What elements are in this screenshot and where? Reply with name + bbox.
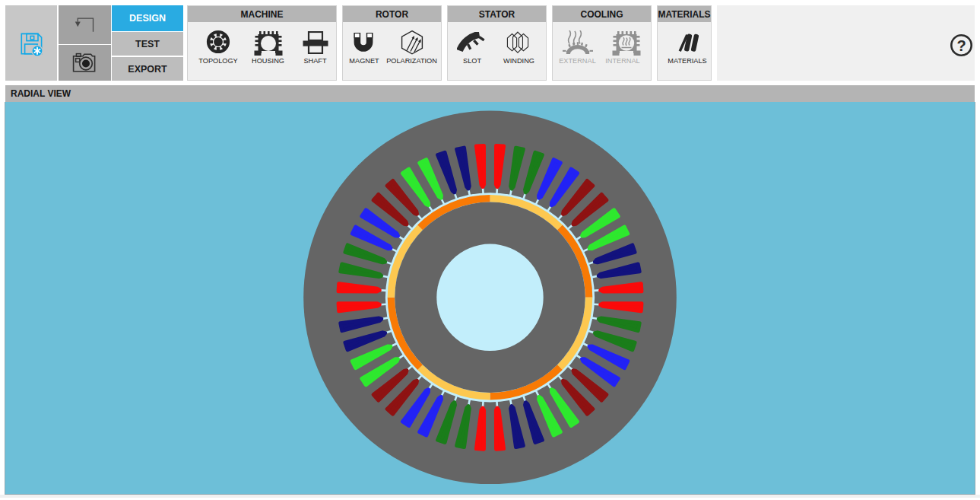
- svg-text:?: ?: [956, 37, 966, 54]
